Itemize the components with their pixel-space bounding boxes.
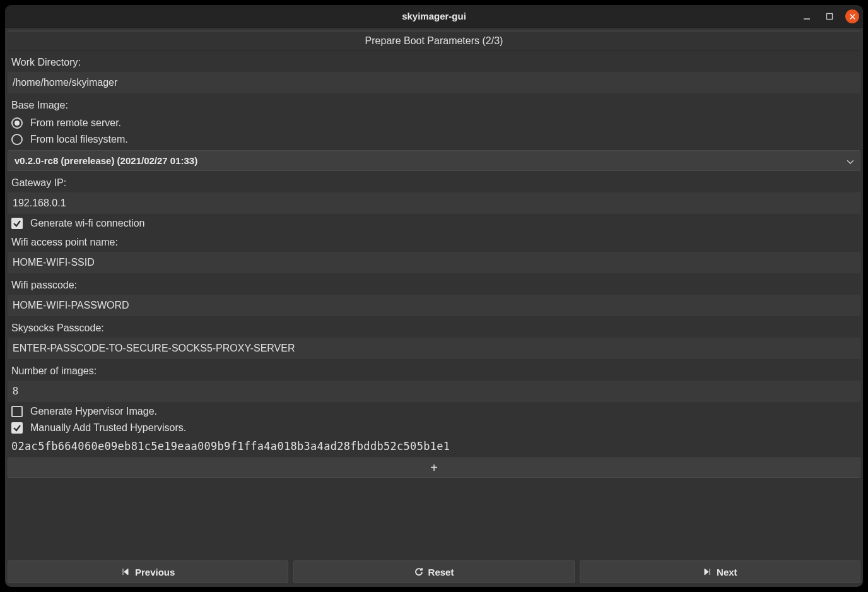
chevron-down-icon [847,155,853,166]
base-image-label: Base Image: [8,95,860,115]
wifi-passcode-input[interactable] [8,295,860,316]
app-window: skyimager-gui Prepare Boot Parameters (2… [5,5,863,587]
wifi-passcode-label: Wifi passcode: [8,275,860,295]
close-button[interactable] [845,9,859,23]
checkbox-icon [11,406,23,417]
previous-label: Previous [135,567,175,577]
next-icon [703,567,712,576]
generate-hypervisor-checkbox[interactable]: Generate Hypervisor Image. [8,403,860,420]
minimize-icon [803,13,811,20]
wifi-ap-label: Wifi access point name: [8,232,860,252]
radio-icon [11,134,23,145]
titlebar: skyimager-gui [5,5,863,28]
radio-icon [11,117,23,129]
svg-rect-1 [827,14,833,20]
generate-wifi-label: Generate wi-fi connection [30,218,144,229]
manual-trusted-checkbox[interactable]: Manually Add Trusted Hypervisors. [8,420,860,436]
add-hypervisor-button[interactable]: + [8,458,860,478]
content-area: Prepare Boot Parameters (2/3) Work Direc… [5,28,863,587]
previous-button[interactable]: Previous [8,560,288,583]
maximize-button[interactable] [823,9,836,23]
reset-label: Reset [428,567,454,577]
num-images-label: Number of images: [8,360,860,381]
maximize-icon [826,13,833,20]
radio-remote-server[interactable]: From remote server. [8,115,860,131]
footer-buttons: Previous Reset Next [8,559,860,584]
work-dir-input[interactable] [8,72,860,93]
trusted-hypervisor-key[interactable]: 02ac5fb664060e09eb81c5e19eaa009b9f1ffa4a… [8,436,860,456]
spacer [8,480,860,559]
gateway-ip-label: Gateway IP: [8,172,860,192]
wifi-ap-input[interactable] [8,252,860,273]
window-title: skyimager-gui [402,11,466,21]
checkbox-icon [11,422,23,434]
gateway-ip-input[interactable] [8,192,860,214]
radio-local-label: From local filesystem. [30,134,128,145]
radio-local-filesystem[interactable]: From local filesystem. [8,131,860,148]
next-button[interactable]: Next [580,560,860,583]
generate-hypervisor-label: Generate Hypervisor Image. [30,406,157,417]
section-title: Prepare Boot Parameters (2/3) [365,35,503,46]
manual-trusted-label: Manually Add Trusted Hypervisors. [30,422,186,434]
next-label: Next [717,567,737,577]
skysocks-passcode-input[interactable] [8,338,860,359]
generate-wifi-checkbox[interactable]: Generate wi-fi connection [8,215,860,232]
version-selected: v0.2.0-rc8 (prerelease) (2021/02/27 01:3… [15,155,197,166]
version-dropdown[interactable]: v0.2.0-rc8 (prerelease) (2021/02/27 01:3… [8,150,860,171]
work-dir-label: Work Directory: [8,52,860,72]
reset-button[interactable]: Reset [293,560,574,583]
skysocks-passcode-label: Skysocks Passcode: [8,317,860,338]
reset-icon [414,567,423,576]
num-images-input[interactable] [8,381,860,402]
window-controls [800,5,859,28]
radio-remote-label: From remote server. [30,117,121,129]
plus-icon: + [430,461,438,475]
previous-icon [121,567,130,576]
close-icon [849,13,856,20]
section-header: Prepare Boot Parameters (2/3) [8,30,860,51]
minimize-button[interactable] [800,9,814,23]
checkbox-icon [11,218,23,229]
